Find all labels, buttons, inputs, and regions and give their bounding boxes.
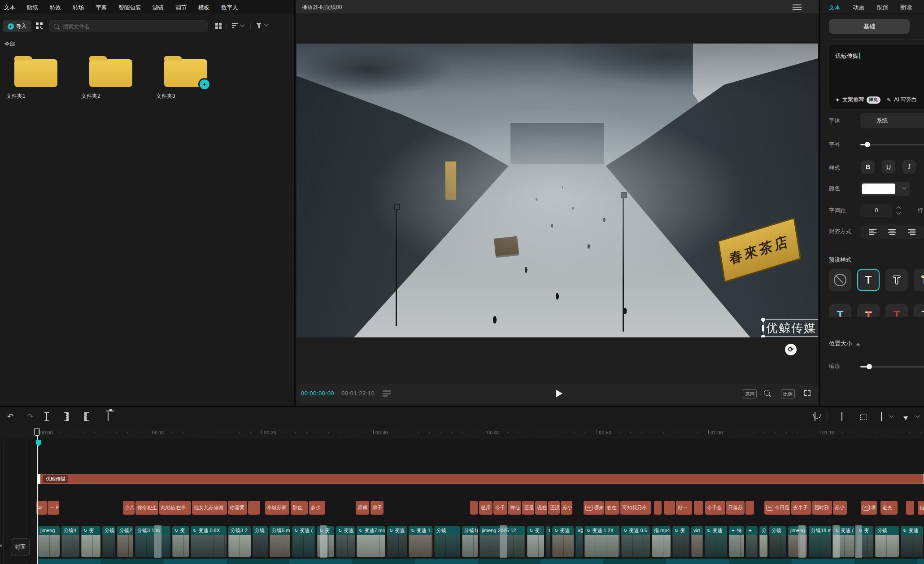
text-content-input[interactable]: 优鲸传媒 ✦ 文案推荐 限免 ✎ AI 写旁白 [829,45,924,109]
preview-zoom-icon[interactable] [764,390,770,396]
fullscreen-icon[interactable] [804,390,811,396]
stepper-down-icon[interactable] [896,210,901,215]
italic-button[interactable]: I [902,160,916,174]
subtitle-clip[interactable]: 苏小 [833,501,847,515]
video-clip[interactable]: ↻变速 [901,526,923,557]
video-clip[interactable]: ↻变速 1.5 [409,526,432,557]
underline-button[interactable]: U [882,160,895,174]
video-clip[interactable]: 分镜18.m [809,526,831,557]
text-overlay-selection[interactable]: 优鲸传媒 [763,319,818,337]
video-clip[interactable]: ↻变 [172,526,189,557]
transition-marker[interactable] [832,525,840,558]
video-clip[interactable]: 分镜2 [102,526,115,557]
video-clip[interactable]: ↻变速7.mo4 [357,526,385,557]
subtitle-clip[interactable] [694,501,703,515]
subtitle-clip[interactable]: 怒斥 [479,501,493,515]
folder-item[interactable]: 文件夹1 [4,53,67,100]
preset-style-tile[interactable]: T [914,304,924,317]
text-track-clip[interactable]: 优鲸传媒 [37,474,924,484]
video-clip[interactable]: ↻变 [81,526,100,557]
video-clip[interactable]: 分 [759,526,767,557]
video-clip[interactable]: 指.mp4 [652,526,671,557]
subtitle-clip[interactable] [745,501,754,515]
video-clip[interactable]: a复 [575,526,583,557]
font-select[interactable]: 系统 [860,113,924,128]
select-cursor-icon[interactable] [903,414,909,420]
bold-button[interactable]: B [861,160,875,174]
play-button[interactable] [556,389,562,398]
subtitle-clip[interactable]: 师傅 [356,501,369,515]
subtitle-clip[interactable]: 那也 [291,501,308,515]
link-icon[interactable] [881,412,882,421]
subtitle-clip[interactable]: 但 [918,501,924,515]
preset-style-tile[interactable]: T [857,304,880,317]
quality-button[interactable]: 原画 [743,389,757,398]
subtitle-clip[interactable] [664,501,675,515]
align-center-button[interactable] [888,229,896,235]
inspector-tab[interactable]: 动画 [853,4,864,13]
video-clip[interactable]: ↻变速 1.2X [584,526,619,557]
menu-tab[interactable]: 特效 [50,4,61,12]
qr-import-icon[interactable] [36,22,43,29]
menu-tab[interactable]: 滤镜 [153,4,164,12]
video-clip[interactable]: 分镜1( [462,526,478,557]
timeline-ruler[interactable]: 00:0000:1000:2000:3000:4000:5001:0001:10 [0,427,924,439]
subtitle-clip[interactable]: 还是 [522,501,534,515]
subtitle-clip[interactable]: 一 P [48,501,59,515]
video-clip[interactable]: 分镜 [434,526,460,557]
subtitle-clip[interactable] [248,501,260,515]
video-clip[interactable]: ↻变速 [705,526,727,557]
chevron-down-icon[interactable] [915,414,920,418]
subtitle-clip[interactable]: 令千 [493,501,507,515]
add-badge-icon[interactable]: + [198,78,211,91]
subtitle-clip[interactable]: 奉城苏家 [265,501,289,515]
menu-tab[interactable]: 数字人 [221,4,238,12]
ai-write-button[interactable]: AI 写旁白 [894,96,917,104]
video-clip[interactable]: ✦特 [729,526,744,557]
subtitle-clip[interactable]: Aa求 [861,501,877,515]
subtitle-clip[interactable] [470,501,478,515]
color-picker[interactable] [860,182,910,196]
menu-tab[interactable]: 智能包装 [118,4,141,12]
snap-icon[interactable] [860,415,867,420]
video-clip[interactable]: ↻变速 0.8X [191,526,227,557]
video-clip[interactable]: 分镜3-2 [228,526,251,557]
video-clip[interactable]: ↻变 [672,526,689,557]
preset-style-tile[interactable]: T [829,304,851,317]
subtitle-clip[interactable]: 你命犯生 [135,501,158,515]
preset-style-tile[interactable]: T [914,269,924,291]
menu-tab[interactable]: 贴纸 [27,4,38,12]
spacing-stepper[interactable] [894,204,902,217]
menu-tab[interactable]: 模板 [198,4,209,12]
subtitle-clip[interactable]: 好一 [676,501,692,515]
subtitle-clip[interactable]: Aa今日是 [764,501,790,515]
video-clip[interactable]: 分镜4 [61,526,79,557]
search-box[interactable] [49,20,208,32]
video-clip[interactable]: 分镜2- [117,526,133,557]
video-clip[interactable]: vid [691,526,703,557]
video-clip[interactable]: ↻变速 0.5 [621,526,650,557]
video-clip[interactable]: ↻变速 [387,526,407,557]
subtitle-clip[interactable]: 弟子 [370,501,384,515]
font-size-slider[interactable] [860,144,924,145]
video-clip[interactable]: 分镜 [253,526,268,557]
player-menu-icon[interactable] [793,4,802,10]
video-clip[interactable]: ↻变速 [552,526,574,557]
subtitle-clip[interactable]: 日落苏 [726,501,745,515]
folder-item[interactable]: 文件夹2 [79,53,142,100]
undo-icon[interactable]: ↶ [7,412,13,421]
sort-button[interactable] [232,23,244,28]
selection-handle[interactable] [762,325,764,332]
inspector-tab[interactable]: 朗读 [900,4,912,13]
video-clip[interactable]: ✦ [746,526,758,557]
video-clip[interactable]: ↻变速 [336,526,355,557]
transition-marker[interactable] [320,525,327,558]
audio-track-clip[interactable] [38,559,924,564]
inspector-tab[interactable]: 文本 [829,4,841,13]
overlay-text[interactable]: 优鲸传媒 [766,320,816,336]
transition-marker[interactable] [500,525,507,558]
slider-handle[interactable] [867,364,872,369]
video-clip[interactable]: ↻ [546,526,550,557]
search-input[interactable] [62,23,203,30]
selection-handle[interactable] [761,318,765,322]
